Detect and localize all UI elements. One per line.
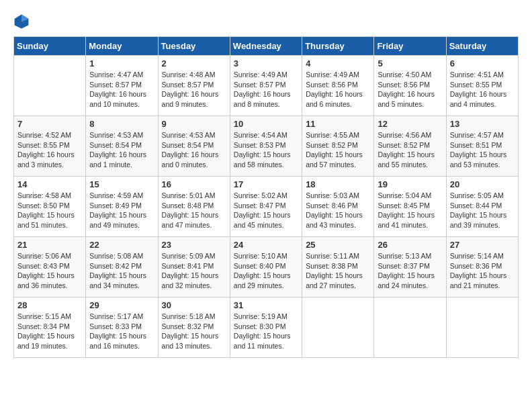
calendar-cell: 20Sunrise: 5:05 AM Sunset: 8:44 PM Dayli… [446,177,518,237]
day-number: 18 [306,179,370,189]
calendar-cell: 12Sunrise: 4:56 AM Sunset: 8:52 PM Dayli… [374,116,446,177]
day-number: 26 [378,240,442,250]
day-number: 24 [234,240,298,250]
column-header-monday: Monday [86,37,158,56]
calendar-cell: 24Sunrise: 5:10 AM Sunset: 8:40 PM Dayli… [230,237,302,298]
day-number: 10 [234,119,298,129]
calendar-cell: 4Sunrise: 4:49 AM Sunset: 8:56 PM Daylig… [302,56,374,116]
day-number: 4 [306,58,370,68]
calendar-week-row: 21Sunrise: 5:06 AM Sunset: 8:43 PM Dayli… [14,237,519,298]
calendar-week-row: 14Sunrise: 4:58 AM Sunset: 8:50 PM Dayli… [14,177,519,237]
day-info: Sunrise: 4:48 AM Sunset: 8:57 PM Dayligh… [162,70,226,109]
calendar-cell: 16Sunrise: 5:01 AM Sunset: 8:48 PM Dayli… [158,177,230,237]
day-number: 27 [450,240,515,250]
day-number: 14 [17,179,82,189]
day-info: Sunrise: 5:08 AM Sunset: 8:42 PM Dayligh… [89,251,154,291]
day-number: 17 [234,179,298,189]
calendar-cell: 13Sunrise: 4:57 AM Sunset: 8:51 PM Dayli… [446,116,518,177]
calendar-cell: 30Sunrise: 5:18 AM Sunset: 8:32 PM Dayli… [158,298,230,358]
column-header-friday: Friday [374,37,446,56]
day-info: Sunrise: 4:47 AM Sunset: 8:57 PM Dayligh… [89,70,154,109]
calendar-cell: 11Sunrise: 4:55 AM Sunset: 8:52 PM Dayli… [302,116,374,177]
calendar-cell: 10Sunrise: 4:54 AM Sunset: 8:53 PM Dayli… [230,116,302,177]
day-number: 28 [17,300,82,310]
day-info: Sunrise: 5:10 AM Sunset: 8:40 PM Dayligh… [234,251,298,291]
day-info: Sunrise: 4:54 AM Sunset: 8:53 PM Dayligh… [234,130,298,170]
calendar-cell: 7Sunrise: 4:52 AM Sunset: 8:55 PM Daylig… [14,116,86,177]
day-info: Sunrise: 4:50 AM Sunset: 8:56 PM Dayligh… [378,70,442,109]
day-info: Sunrise: 5:13 AM Sunset: 8:37 PM Dayligh… [378,251,442,291]
day-number: 30 [162,300,226,310]
page-header [13,13,519,30]
day-number: 21 [17,240,82,250]
day-info: Sunrise: 5:09 AM Sunset: 8:41 PM Dayligh… [162,251,226,291]
day-number: 22 [89,240,154,250]
day-info: Sunrise: 4:59 AM Sunset: 8:49 PM Dayligh… [89,191,154,230]
column-header-wednesday: Wednesday [230,37,302,56]
calendar-week-row: 28Sunrise: 5:15 AM Sunset: 8:34 PM Dayli… [14,298,519,358]
calendar-cell: 26Sunrise: 5:13 AM Sunset: 8:37 PM Dayli… [374,237,446,298]
calendar-cell: 31Sunrise: 5:19 AM Sunset: 8:30 PM Dayli… [230,298,302,358]
day-info: Sunrise: 5:18 AM Sunset: 8:32 PM Dayligh… [162,312,226,351]
day-number: 20 [450,179,515,189]
calendar-cell [302,298,374,358]
day-info: Sunrise: 5:03 AM Sunset: 8:46 PM Dayligh… [306,191,370,230]
calendar-cell [374,298,446,358]
day-info: Sunrise: 4:52 AM Sunset: 8:55 PM Dayligh… [17,130,82,170]
day-info: Sunrise: 5:14 AM Sunset: 8:36 PM Dayligh… [450,251,515,291]
day-number: 29 [89,300,154,310]
column-header-thursday: Thursday [302,37,374,56]
day-info: Sunrise: 5:02 AM Sunset: 8:47 PM Dayligh… [234,191,298,230]
calendar-cell: 22Sunrise: 5:08 AM Sunset: 8:42 PM Dayli… [86,237,158,298]
calendar-cell: 29Sunrise: 5:17 AM Sunset: 8:33 PM Dayli… [86,298,158,358]
day-info: Sunrise: 5:05 AM Sunset: 8:44 PM Dayligh… [450,191,515,230]
day-info: Sunrise: 4:58 AM Sunset: 8:50 PM Dayligh… [17,191,82,230]
calendar-cell [14,56,86,116]
calendar-cell: 3Sunrise: 4:49 AM Sunset: 8:57 PM Daylig… [230,56,302,116]
logo-icon [13,13,30,30]
day-info: Sunrise: 4:53 AM Sunset: 8:54 PM Dayligh… [89,130,154,170]
day-info: Sunrise: 5:11 AM Sunset: 8:38 PM Dayligh… [306,251,370,291]
day-number: 5 [378,58,442,68]
day-number: 25 [306,240,370,250]
day-number: 7 [17,119,82,129]
calendar-cell: 25Sunrise: 5:11 AM Sunset: 8:38 PM Dayli… [302,237,374,298]
day-info: Sunrise: 5:06 AM Sunset: 8:43 PM Dayligh… [17,251,82,291]
calendar-cell: 1Sunrise: 4:47 AM Sunset: 8:57 PM Daylig… [86,56,158,116]
calendar-week-row: 7Sunrise: 4:52 AM Sunset: 8:55 PM Daylig… [14,116,519,177]
calendar-cell: 27Sunrise: 5:14 AM Sunset: 8:36 PM Dayli… [446,237,518,298]
calendar-cell: 6Sunrise: 4:51 AM Sunset: 8:55 PM Daylig… [446,56,518,116]
day-info: Sunrise: 5:19 AM Sunset: 8:30 PM Dayligh… [234,312,298,351]
day-info: Sunrise: 5:04 AM Sunset: 8:45 PM Dayligh… [378,191,442,230]
calendar-cell: 15Sunrise: 4:59 AM Sunset: 8:49 PM Dayli… [86,177,158,237]
day-info: Sunrise: 4:57 AM Sunset: 8:51 PM Dayligh… [450,130,515,170]
day-number: 2 [162,58,226,68]
calendar-week-row: 1Sunrise: 4:47 AM Sunset: 8:57 PM Daylig… [14,56,519,116]
calendar-cell: 14Sunrise: 4:58 AM Sunset: 8:50 PM Dayli… [14,177,86,237]
calendar-cell: 17Sunrise: 5:02 AM Sunset: 8:47 PM Dayli… [230,177,302,237]
day-number: 31 [234,300,298,310]
day-number: 13 [450,119,515,129]
day-number: 3 [234,58,298,68]
day-number: 19 [378,179,442,189]
column-header-sunday: Sunday [14,37,86,56]
day-info: Sunrise: 5:17 AM Sunset: 8:33 PM Dayligh… [89,312,154,351]
calendar-cell: 23Sunrise: 5:09 AM Sunset: 8:41 PM Dayli… [158,237,230,298]
calendar-cell: 2Sunrise: 4:48 AM Sunset: 8:57 PM Daylig… [158,56,230,116]
day-number: 1 [89,58,154,68]
day-info: Sunrise: 4:56 AM Sunset: 8:52 PM Dayligh… [378,130,442,170]
column-header-tuesday: Tuesday [158,37,230,56]
day-number: 9 [162,119,226,129]
day-info: Sunrise: 4:53 AM Sunset: 8:54 PM Dayligh… [162,130,226,170]
day-number: 23 [162,240,226,250]
day-number: 16 [162,179,226,189]
calendar-cell [446,298,518,358]
day-number: 15 [89,179,154,189]
calendar-cell: 19Sunrise: 5:04 AM Sunset: 8:45 PM Dayli… [374,177,446,237]
calendar-table: SundayMondayTuesdayWednesdayThursdayFrid… [13,36,519,358]
day-info: Sunrise: 4:51 AM Sunset: 8:55 PM Dayligh… [450,70,515,109]
calendar-cell: 18Sunrise: 5:03 AM Sunset: 8:46 PM Dayli… [302,177,374,237]
day-number: 8 [89,119,154,129]
column-header-saturday: Saturday [446,37,518,56]
logo [13,13,32,30]
